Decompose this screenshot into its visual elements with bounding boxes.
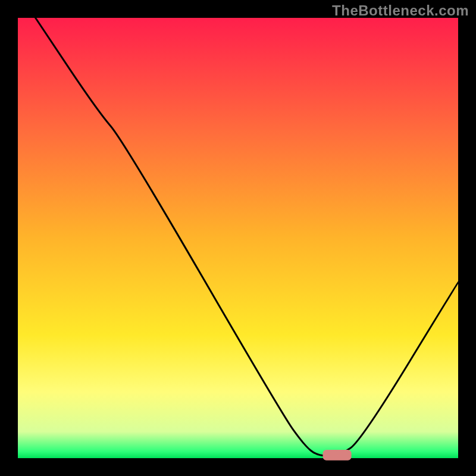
bottleneck-chart <box>0 0 476 476</box>
chart-container: TheBottleneck.com <box>0 0 476 476</box>
plot-background <box>18 18 458 458</box>
optimal-marker <box>323 450 352 461</box>
watermark-text: TheBottleneck.com <box>332 2 469 19</box>
